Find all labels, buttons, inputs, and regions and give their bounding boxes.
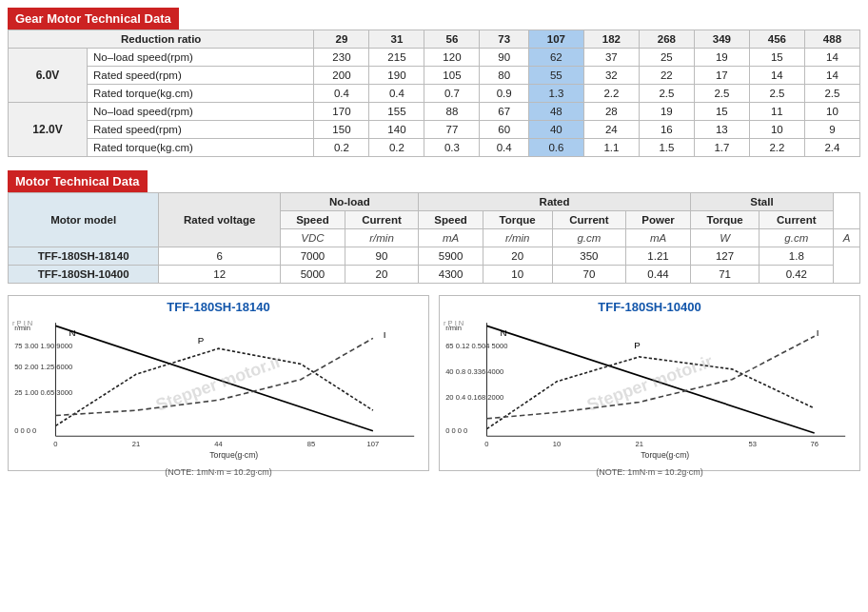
voltage-label: 12.0V	[9, 103, 88, 157]
data-cell: 0.3	[424, 139, 480, 157]
ratio-value: 73	[480, 30, 528, 49]
data-cell: 215	[369, 49, 424, 67]
svg-text:P: P	[198, 335, 205, 345]
chart2-title: TFF-180SH-10400	[444, 300, 856, 314]
data-cell: 350	[552, 247, 626, 266]
row-label: No–load speed(rpm)	[88, 49, 314, 67]
chart1-svg: r/min 75 3.00 1.90 9000 50 2.00 1.25 600…	[12, 316, 424, 464]
svg-text:P: P	[634, 340, 641, 350]
chart1-title: TFF-180SH-18140	[12, 300, 424, 314]
data-cell: 0.42	[760, 266, 834, 284]
data-cell: 11	[749, 103, 804, 121]
data-cell: 40	[528, 121, 583, 139]
data-cell: 17	[694, 67, 749, 85]
motor-section-title: Motor Technical Data	[8, 170, 148, 192]
gear-table: Reduction ratio2931567310718226834945648…	[8, 30, 860, 157]
ratio-value: 29	[314, 30, 369, 49]
data-cell: 15	[694, 103, 749, 121]
data-cell: 1.7	[694, 139, 749, 157]
svg-text:r P I N: r P I N	[12, 319, 32, 327]
sub-header-6: Torque	[690, 211, 760, 229]
data-cell: 170	[314, 103, 369, 121]
svg-text:I: I	[384, 329, 386, 340]
data-cell: 0.44	[626, 266, 690, 284]
data-cell: 37	[583, 49, 639, 67]
data-cell: 5000	[281, 266, 345, 284]
svg-text:50 2.00 1.25 6000: 50 2.00 1.25 6000	[14, 363, 72, 371]
svg-text:N: N	[501, 327, 507, 338]
data-cell: 90	[480, 49, 528, 67]
unit-cell-7: g.cm	[760, 229, 834, 247]
motor-model-header: Motor model	[9, 193, 159, 247]
charts-row: TFF-180SH-18140 Stepper motor.ir r/min 7…	[8, 295, 860, 471]
chart1-note: (NOTE: 1mN·m = 10.2g·cm)	[12, 467, 424, 477]
data-cell: 15	[749, 49, 804, 67]
model-name-cell: TFF-180SH-18140	[9, 247, 159, 266]
data-cell: 0.4	[369, 85, 424, 103]
sub-header-2: Speed	[419, 211, 483, 229]
voltage-label: 6.0V	[9, 49, 88, 103]
data-cell: 13	[694, 121, 749, 139]
chart-box-1: TFF-180SH-18140 Stepper motor.ir r/min 7…	[8, 295, 429, 471]
data-cell: 1.21	[626, 247, 690, 266]
data-cell: 2.5	[639, 85, 694, 103]
data-cell: 0.6	[528, 139, 583, 157]
svg-text:r P I N: r P I N	[444, 319, 464, 327]
sub-header-4: Current	[552, 211, 626, 229]
data-cell: 200	[314, 67, 369, 85]
svg-text:65 0.12 0.504 5000: 65 0.12 0.504 5000	[445, 342, 507, 350]
unit-cell-3: r/min	[483, 229, 552, 247]
data-cell: 105	[424, 67, 480, 85]
sub-header-3: Torque	[483, 211, 552, 229]
gear-section: Gear Motor Technical Data Reduction rati…	[8, 8, 860, 157]
ratio-value: 268	[639, 30, 694, 49]
chart2-svg: r/min 65 0.12 0.504 5000 40 0.8 0.336 40…	[444, 316, 856, 464]
data-cell: 80	[480, 67, 528, 85]
data-cell: 70	[552, 266, 626, 284]
ratio-value: 56	[424, 30, 480, 49]
svg-text:21: 21	[635, 440, 642, 448]
data-cell: 16	[639, 121, 694, 139]
data-cell: 14	[749, 67, 804, 85]
svg-text:Torque(g·cm): Torque(g·cm)	[209, 450, 258, 460]
svg-text:25 1.00 0.65 3000: 25 1.00 0.65 3000	[14, 388, 72, 397]
ratio-value: 31	[369, 30, 424, 49]
unit-cell-1: r/min	[345, 229, 419, 247]
sub-header-5: Power	[626, 211, 690, 229]
data-cell: 230	[314, 49, 369, 67]
svg-text:107: 107	[367, 440, 380, 448]
data-cell: 60	[480, 121, 528, 139]
data-cell: 19	[694, 49, 749, 67]
ratio-label: Reduction ratio	[9, 30, 314, 49]
ratio-value: 107	[528, 30, 583, 49]
unit-cell-2: mA	[419, 229, 483, 247]
data-cell: 20	[345, 266, 419, 284]
ratio-value: 182	[583, 30, 639, 49]
data-cell: 10	[804, 103, 859, 121]
stall-header: Stall	[690, 193, 834, 211]
unit-cell-4: g.cm	[552, 229, 626, 247]
rated-header: Rated	[419, 193, 690, 211]
data-cell: 22	[639, 67, 694, 85]
data-cell: 0.7	[424, 85, 480, 103]
svg-text:40 0.8 0.336 4000: 40 0.8 0.336 4000	[445, 367, 503, 376]
gear-section-title: Gear Motor Technical Data	[8, 8, 179, 30]
ratio-value: 456	[749, 30, 804, 49]
data-cell: 28	[583, 103, 639, 121]
chart2-note: (NOTE: 1mN·m = 10.2g·cm)	[444, 467, 856, 477]
data-cell: 25	[639, 49, 694, 67]
svg-text:21: 21	[132, 440, 140, 448]
unit-cell-6: W	[690, 229, 760, 247]
svg-text:53: 53	[749, 440, 757, 448]
data-cell: 77	[424, 121, 480, 139]
data-cell: 140	[369, 121, 424, 139]
data-cell: 0.2	[369, 139, 424, 157]
data-cell: 1.5	[639, 139, 694, 157]
rated-voltage-header: Rated voltage	[159, 193, 281, 247]
data-cell: 24	[583, 121, 639, 139]
motor-section: Motor Technical Data Motor modelRated vo…	[8, 170, 860, 284]
row-label: Rated torque(kg.cm)	[88, 139, 314, 157]
sub-header-7: Current	[760, 211, 834, 229]
data-cell: 0.4	[314, 85, 369, 103]
data-cell: 1.3	[528, 85, 583, 103]
